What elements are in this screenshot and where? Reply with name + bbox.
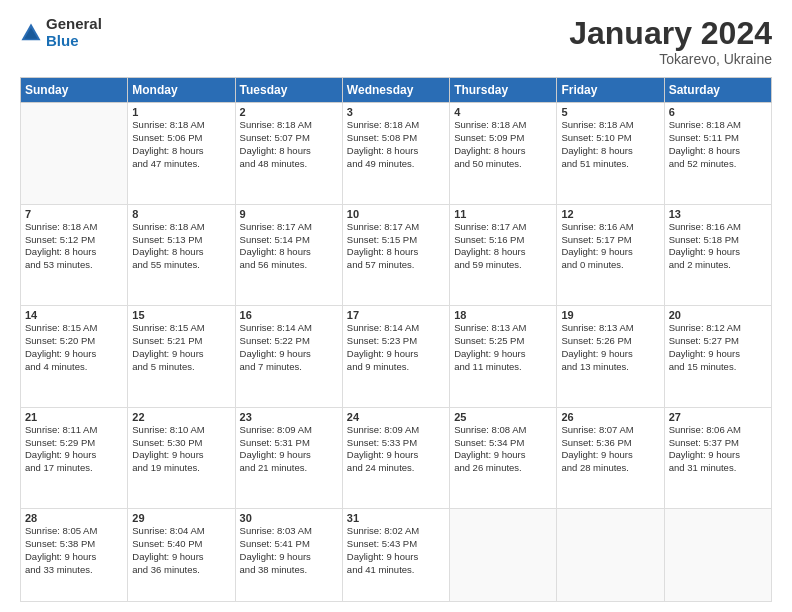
- day-number: 23: [240, 411, 338, 423]
- cell-info-line: and 56 minutes.: [240, 259, 338, 272]
- cell-info-line: and 19 minutes.: [132, 462, 230, 475]
- calendar-cell: 29Sunrise: 8:04 AMSunset: 5:40 PMDayligh…: [128, 509, 235, 602]
- cell-info-line: Sunrise: 8:18 AM: [454, 119, 552, 132]
- cell-info-line: Sunrise: 8:17 AM: [347, 221, 445, 234]
- day-number: 15: [132, 309, 230, 321]
- day-number: 26: [561, 411, 659, 423]
- cell-info-line: Sunset: 5:43 PM: [347, 538, 445, 551]
- day-number: 19: [561, 309, 659, 321]
- cell-info-line: Daylight: 8 hours: [132, 145, 230, 158]
- cell-info-line: Sunrise: 8:11 AM: [25, 424, 123, 437]
- cell-info-line: Sunrise: 8:04 AM: [132, 525, 230, 538]
- calendar-cell: 3Sunrise: 8:18 AMSunset: 5:08 PMDaylight…: [342, 103, 449, 205]
- logo: General Blue: [20, 16, 102, 49]
- cell-info-line: and 0 minutes.: [561, 259, 659, 272]
- cell-info-line: Daylight: 8 hours: [240, 246, 338, 259]
- cell-info-line: Sunset: 5:38 PM: [25, 538, 123, 551]
- cell-info-line: and 28 minutes.: [561, 462, 659, 475]
- cell-info-line: and 9 minutes.: [347, 361, 445, 374]
- cell-info-line: Sunset: 5:29 PM: [25, 437, 123, 450]
- day-number: 12: [561, 208, 659, 220]
- calendar-cell: 17Sunrise: 8:14 AMSunset: 5:23 PMDayligh…: [342, 306, 449, 408]
- cell-info-line: Sunset: 5:40 PM: [132, 538, 230, 551]
- calendar-cell: 24Sunrise: 8:09 AMSunset: 5:33 PMDayligh…: [342, 407, 449, 509]
- cell-info-line: Daylight: 9 hours: [132, 551, 230, 564]
- cell-info-line: and 41 minutes.: [347, 564, 445, 577]
- cell-info-line: Sunrise: 8:13 AM: [454, 322, 552, 335]
- calendar-cell: 11Sunrise: 8:17 AMSunset: 5:16 PMDayligh…: [450, 204, 557, 306]
- calendar-cell: 21Sunrise: 8:11 AMSunset: 5:29 PMDayligh…: [21, 407, 128, 509]
- logo-text: General Blue: [46, 16, 102, 49]
- cell-info-line: Sunrise: 8:07 AM: [561, 424, 659, 437]
- calendar-cell: [450, 509, 557, 602]
- cell-info-line: Daylight: 8 hours: [25, 246, 123, 259]
- cell-info-line: and 53 minutes.: [25, 259, 123, 272]
- cell-info-line: Sunset: 5:25 PM: [454, 335, 552, 348]
- calendar-week-row: 21Sunrise: 8:11 AMSunset: 5:29 PMDayligh…: [21, 407, 772, 509]
- cell-info-line: and 49 minutes.: [347, 158, 445, 171]
- cell-info-line: Sunset: 5:41 PM: [240, 538, 338, 551]
- day-number: 22: [132, 411, 230, 423]
- cell-info-line: Sunrise: 8:17 AM: [454, 221, 552, 234]
- cell-info-line: Daylight: 9 hours: [669, 449, 767, 462]
- cell-info-line: and 11 minutes.: [454, 361, 552, 374]
- cell-info-line: and 4 minutes.: [25, 361, 123, 374]
- cell-info-line: and 31 minutes.: [669, 462, 767, 475]
- location: Tokarevo, Ukraine: [569, 51, 772, 67]
- cell-info-line: and 51 minutes.: [561, 158, 659, 171]
- cell-info-line: Sunset: 5:26 PM: [561, 335, 659, 348]
- day-number: 25: [454, 411, 552, 423]
- calendar-cell: 20Sunrise: 8:12 AMSunset: 5:27 PMDayligh…: [664, 306, 771, 408]
- cell-info-line: Sunrise: 8:12 AM: [669, 322, 767, 335]
- day-number: 14: [25, 309, 123, 321]
- cell-info-line: Sunrise: 8:03 AM: [240, 525, 338, 538]
- cell-info-line: Daylight: 8 hours: [132, 246, 230, 259]
- cell-info-line: Sunset: 5:13 PM: [132, 234, 230, 247]
- month-title: January 2024: [569, 16, 772, 51]
- cell-info-line: Sunrise: 8:15 AM: [132, 322, 230, 335]
- cell-info-line: Sunrise: 8:18 AM: [25, 221, 123, 234]
- calendar-header-sunday: Sunday: [21, 78, 128, 103]
- calendar-cell: [664, 509, 771, 602]
- cell-info-line: Sunrise: 8:10 AM: [132, 424, 230, 437]
- cell-info-line: Daylight: 9 hours: [669, 246, 767, 259]
- calendar-cell: [557, 509, 664, 602]
- cell-info-line: Sunrise: 8:05 AM: [25, 525, 123, 538]
- cell-info-line: and 52 minutes.: [669, 158, 767, 171]
- cell-info-line: and 36 minutes.: [132, 564, 230, 577]
- cell-info-line: Daylight: 9 hours: [347, 551, 445, 564]
- calendar-cell: 27Sunrise: 8:06 AMSunset: 5:37 PMDayligh…: [664, 407, 771, 509]
- cell-info-line: Sunrise: 8:14 AM: [347, 322, 445, 335]
- day-number: 29: [132, 512, 230, 524]
- cell-info-line: Sunset: 5:21 PM: [132, 335, 230, 348]
- cell-info-line: Daylight: 8 hours: [454, 246, 552, 259]
- calendar-cell: 5Sunrise: 8:18 AMSunset: 5:10 PMDaylight…: [557, 103, 664, 205]
- calendar-header-friday: Friday: [557, 78, 664, 103]
- calendar-cell: 6Sunrise: 8:18 AMSunset: 5:11 PMDaylight…: [664, 103, 771, 205]
- calendar-week-row: 7Sunrise: 8:18 AMSunset: 5:12 PMDaylight…: [21, 204, 772, 306]
- cell-info-line: Daylight: 9 hours: [132, 449, 230, 462]
- cell-info-line: Daylight: 9 hours: [454, 449, 552, 462]
- calendar-cell: 4Sunrise: 8:18 AMSunset: 5:09 PMDaylight…: [450, 103, 557, 205]
- cell-info-line: Sunset: 5:34 PM: [454, 437, 552, 450]
- cell-info-line: Sunset: 5:23 PM: [347, 335, 445, 348]
- calendar-header-saturday: Saturday: [664, 78, 771, 103]
- calendar-header-wednesday: Wednesday: [342, 78, 449, 103]
- calendar-cell: 1Sunrise: 8:18 AMSunset: 5:06 PMDaylight…: [128, 103, 235, 205]
- day-number: 9: [240, 208, 338, 220]
- cell-info-line: and 15 minutes.: [669, 361, 767, 374]
- day-number: 27: [669, 411, 767, 423]
- calendar-cell: 31Sunrise: 8:02 AMSunset: 5:43 PMDayligh…: [342, 509, 449, 602]
- cell-info-line: and 26 minutes.: [454, 462, 552, 475]
- calendar-cell: 15Sunrise: 8:15 AMSunset: 5:21 PMDayligh…: [128, 306, 235, 408]
- day-number: 10: [347, 208, 445, 220]
- cell-info-line: Sunset: 5:33 PM: [347, 437, 445, 450]
- calendar-cell: 28Sunrise: 8:05 AMSunset: 5:38 PMDayligh…: [21, 509, 128, 602]
- cell-info-line: Daylight: 8 hours: [347, 145, 445, 158]
- calendar-cell: 9Sunrise: 8:17 AMSunset: 5:14 PMDaylight…: [235, 204, 342, 306]
- cell-info-line: Daylight: 8 hours: [454, 145, 552, 158]
- day-number: 3: [347, 106, 445, 118]
- day-number: 20: [669, 309, 767, 321]
- cell-info-line: Sunrise: 8:18 AM: [347, 119, 445, 132]
- cell-info-line: Sunset: 5:08 PM: [347, 132, 445, 145]
